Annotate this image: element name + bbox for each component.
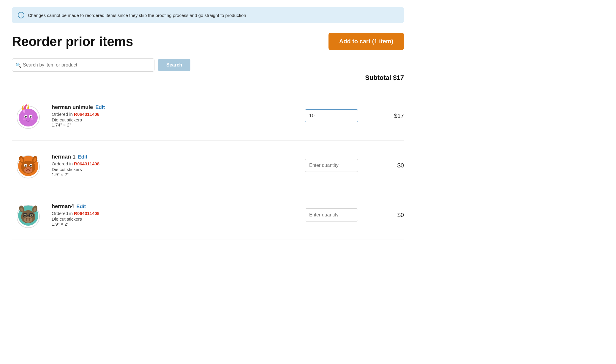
edit-link[interactable]: Edit <box>76 204 86 210</box>
svg-point-28 <box>26 165 26 166</box>
product-type: Die cut stickers <box>52 216 295 221</box>
product-item: herman unimule Edit Ordered in R06431140… <box>12 91 404 141</box>
order-id-link[interactable]: R064311408 <box>74 161 99 166</box>
product-item: herman 1 Edit Ordered in R064311408 Die … <box>12 141 404 190</box>
product-item: herman4 Edit Ordered in R064311408 Die c… <box>12 190 404 240</box>
quantity-area <box>302 159 361 172</box>
search-button[interactable]: Search <box>158 59 190 71</box>
svg-point-10 <box>26 116 26 117</box>
svg-point-22 <box>26 170 28 171</box>
order-id-link[interactable]: R064311408 <box>74 112 99 117</box>
svg-point-27 <box>30 165 32 167</box>
product-list: herman unimule Edit Ordered in R06431140… <box>12 91 404 240</box>
svg-point-12 <box>23 118 26 120</box>
quantity-area <box>302 208 361 221</box>
svg-point-42 <box>24 215 26 216</box>
product-type: Die cut stickers <box>52 117 295 122</box>
search-wrapper: 🔍 <box>12 58 154 72</box>
svg-point-26 <box>25 165 26 167</box>
page-title: Reorder prior items <box>12 34 133 49</box>
product-name-row: herman unimule Edit <box>52 104 295 110</box>
quantity-input[interactable] <box>305 109 358 122</box>
info-banner: i Changes cannot be made to reordered it… <box>12 7 404 23</box>
product-name: herman unimule <box>52 104 93 110</box>
price: $0 <box>368 212 404 219</box>
info-banner-text: Changes cannot be made to reordered item… <box>28 13 246 18</box>
product-size: 1.74" × 2" <box>52 122 295 127</box>
add-to-cart-button[interactable]: Add to cart (1 item) <box>328 33 404 50</box>
ordered-in: Ordered in R064311408 <box>52 161 295 166</box>
product-name: herman4 <box>52 203 74 210</box>
product-image <box>12 199 45 231</box>
order-id-link[interactable]: R064311408 <box>74 211 99 216</box>
price: $0 <box>368 162 404 169</box>
price: $17 <box>368 113 404 119</box>
svg-point-23 <box>29 170 31 171</box>
svg-point-11 <box>31 116 31 117</box>
svg-point-29 <box>31 165 31 166</box>
product-info: herman4 Edit Ordered in R064311408 Die c… <box>52 203 295 227</box>
product-info: herman unimule Edit Ordered in R06431140… <box>52 104 295 127</box>
product-size: 1.9" × 2" <box>52 221 295 227</box>
subtotal-text: Subtotal $17 <box>365 74 404 82</box>
svg-point-45 <box>26 219 28 221</box>
header-row: Reorder prior items Add to cart (1 item) <box>12 33 404 50</box>
search-input[interactable] <box>12 58 154 72</box>
edit-link[interactable]: Edit <box>78 154 87 160</box>
product-info: herman 1 Edit Ordered in R064311408 Die … <box>52 154 295 177</box>
svg-point-43 <box>31 215 32 216</box>
ordered-in: Ordered in R064311408 <box>52 112 295 117</box>
product-name-row: herman4 Edit <box>52 203 295 210</box>
svg-point-46 <box>29 219 31 221</box>
product-name-row: herman 1 Edit <box>52 154 295 160</box>
svg-point-21 <box>24 167 32 173</box>
search-row: 🔍 Search <box>12 58 404 72</box>
product-image <box>12 149 45 182</box>
svg-point-1 <box>19 109 38 126</box>
product-size: 1.9" × 2" <box>52 172 295 177</box>
subtotal-row: Subtotal $17 <box>12 74 404 82</box>
info-icon: i <box>18 12 24 18</box>
svg-point-13 <box>31 118 34 120</box>
quantity-area <box>302 109 361 122</box>
product-image <box>12 99 45 132</box>
quantity-input[interactable] <box>305 208 358 221</box>
search-icon: 🔍 <box>15 62 21 68</box>
edit-link[interactable]: Edit <box>95 105 105 110</box>
ordered-in: Ordered in R064311408 <box>52 211 295 216</box>
product-type: Die cut stickers <box>52 167 295 172</box>
quantity-input[interactable] <box>305 159 358 172</box>
product-name: herman 1 <box>52 154 75 160</box>
svg-point-8 <box>25 116 27 118</box>
svg-point-44 <box>24 217 32 223</box>
svg-point-9 <box>30 116 31 118</box>
